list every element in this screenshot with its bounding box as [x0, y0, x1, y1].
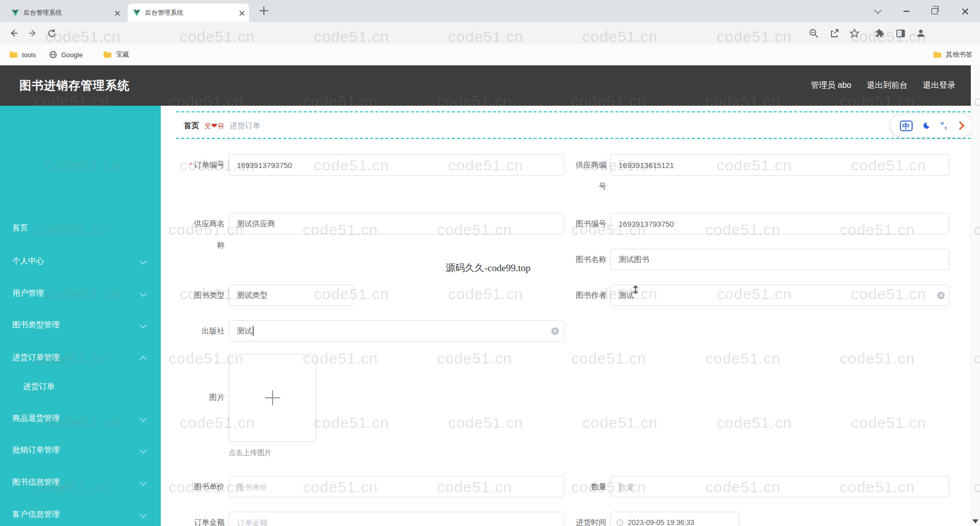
breadcrumb: 首页 웃❤유 进货订单 — [184, 121, 260, 131]
sidebar-item-personal-center[interactable]: 个人中心 — [0, 256, 161, 268]
back-icon[interactable] — [8, 28, 19, 39]
field-label-supplier-name: 供应商名称 — [190, 213, 225, 256]
supplier-number-input[interactable] — [610, 154, 949, 176]
bookmark-tools[interactable]: tools — [9, 44, 36, 65]
bookmarks-bar: tools Google 宝藏 其他书签 — [0, 44, 980, 65]
globe-icon — [49, 51, 57, 59]
window-minimize-button[interactable] — [895, 0, 918, 22]
order-amount-input[interactable] — [229, 512, 565, 526]
mouse-text-cursor: ↕ — [631, 283, 640, 296]
supplier-name-input[interactable] — [229, 213, 565, 234]
purchase-time-picker[interactable]: 2023-09-05 19:36:33 — [610, 512, 739, 526]
clear-input-icon[interactable]: ✕ — [937, 292, 945, 299]
sidebar-item-purchase-order-management[interactable]: 进货订单管理 — [0, 352, 161, 365]
book-type-input[interactable] — [229, 284, 354, 306]
breadcrumb-current: 进货订单 — [230, 121, 260, 131]
field-label-book-name: 图书名称 — [572, 249, 606, 270]
translate-icon[interactable]: 中 — [900, 121, 913, 131]
sidebar-item-user-management[interactable]: 用户管理 — [0, 288, 161, 300]
required-marker: * — [189, 160, 192, 169]
expand-arrow-icon[interactable] — [956, 122, 965, 130]
refresh-icon[interactable] — [46, 28, 57, 39]
sidebar-item-book-type-management[interactable]: 图书类型管理 — [0, 320, 161, 332]
sidebar-subitem-purchase-order[interactable]: 进货订单 — [0, 381, 161, 394]
zoom-out-icon[interactable] — [808, 28, 819, 39]
bookmark-star-icon[interactable] — [849, 28, 860, 39]
breadcrumb-divider — [176, 138, 971, 139]
watermark-text: code51.cn — [582, 414, 657, 432]
extensions-puzzle-icon[interactable] — [874, 28, 885, 39]
folder-icon — [9, 51, 18, 58]
breadcrumb-home[interactable]: 首页 — [184, 121, 199, 131]
order-number-input[interactable] — [229, 154, 565, 176]
new-tab-button[interactable] — [259, 6, 268, 15]
logout-link[interactable]: 退出登录 — [923, 80, 955, 91]
scroll-down-arrow-icon[interactable] — [972, 519, 978, 523]
watermark-text: code51.cn — [571, 350, 646, 367]
browser-tab-2[interactable]: 后台管理系统 — [128, 4, 249, 22]
text-caret — [253, 326, 254, 336]
field-label-order-no: *订单编号 — [182, 154, 225, 176]
translate-widget: 中 °, — [891, 114, 972, 137]
field-label-book-type: 图书类型 — [190, 284, 225, 306]
exit-to-front-link[interactable]: 退出到前台 — [867, 80, 908, 91]
share-icon[interactable] — [829, 28, 840, 39]
book-name-input[interactable] — [610, 249, 949, 270]
field-label-unit-price: 图书单价 — [190, 476, 225, 497]
plus-icon — [265, 390, 280, 405]
clock-icon — [616, 519, 624, 526]
unit-price-input[interactable] — [229, 476, 565, 497]
field-label-supplier-no: 供应商编号 — [572, 154, 606, 197]
side-panel-icon[interactable] — [895, 28, 906, 39]
other-bookmarks[interactable]: 其他书签 — [933, 44, 972, 65]
site-watermark-label: 源码久久-code99.top — [446, 261, 530, 275]
tab-title: 后台管理系统 — [23, 9, 112, 17]
window-restore-button[interactable] — [923, 0, 946, 22]
tab-close-icon[interactable] — [239, 11, 244, 15]
tab-search-button[interactable] — [866, 0, 890, 22]
quantity-input[interactable] — [610, 476, 949, 497]
breadcrumb-separator-icon: 웃❤유 — [204, 122, 225, 131]
profile-avatar-icon[interactable] — [915, 28, 926, 39]
app-title: 图书进销存管理系统 — [19, 78, 130, 93]
tab-title: 后台管理系统 — [145, 9, 236, 17]
reader-dots-icon[interactable]: °, — [940, 121, 947, 131]
watermark-text: code51.cn — [705, 350, 780, 367]
watermark-text: code51.cn — [448, 414, 523, 432]
admin-user-label[interactable]: 管理员 abo — [811, 80, 851, 91]
book-number-input[interactable] — [610, 213, 949, 234]
folder-icon — [933, 51, 942, 58]
publisher-input[interactable] — [229, 320, 565, 342]
book-author-input[interactable] — [610, 284, 949, 306]
panel-border-top — [176, 111, 971, 112]
field-label-order-amount: 订单金额 — [190, 512, 225, 526]
field-label-quantity: 数量 — [572, 476, 606, 497]
window-close-button[interactable] — [953, 0, 977, 22]
sidebar-item-product-return-management[interactable]: 商品退货管理 — [0, 413, 161, 425]
sidebar-item-customer-info-management[interactable]: 客户信息管理 — [0, 509, 161, 521]
sidebar: 首页 个人中心 用户管理 图书类型管理 进货订单管理 进货订单 商品退货管理 批… — [0, 106, 161, 526]
sidebar-item-book-info-management[interactable]: 图书信息管理 — [0, 477, 161, 489]
clear-input-icon[interactable]: ✕ — [551, 327, 559, 335]
browser-tab-1[interactable]: 后台管理系统 — [6, 4, 125, 22]
tab-close-icon[interactable] — [115, 11, 119, 15]
watermark-text: code51.cn — [840, 350, 915, 367]
bookmark-google[interactable]: Google — [49, 44, 83, 65]
watermark-text: code51.cn — [448, 285, 523, 303]
field-label-book-no: 图书编号 — [572, 213, 606, 234]
field-label-purchase-time: 进货时间 — [572, 512, 606, 526]
bookmark-treasure[interactable]: 宝藏 — [103, 44, 129, 65]
purchase-time-value: 2023-09-05 19:36:33 — [628, 518, 694, 526]
folder-icon — [103, 51, 112, 58]
sidebar-item-home[interactable]: 首页 — [0, 223, 161, 235]
field-label-publisher: 出版社 — [190, 320, 225, 342]
forward-icon[interactable] — [27, 28, 38, 39]
sidebar-item-wholesale-order-management[interactable]: 批销订单管理 — [0, 445, 161, 457]
field-label-book-author: 图书作者 — [572, 284, 606, 306]
image-upload-box[interactable] — [229, 354, 316, 442]
screen: 后台管理系统 后台管理系统 http://localhost:8080/spri… — [0, 0, 980, 526]
page-scrollbar[interactable] — [971, 65, 980, 526]
vue-favicon-icon — [11, 9, 19, 17]
browser-toolbar: http://localhost:8080/springbootk6oce/ad… — [0, 22, 980, 44]
dark-mode-moon-icon[interactable] — [922, 122, 930, 130]
